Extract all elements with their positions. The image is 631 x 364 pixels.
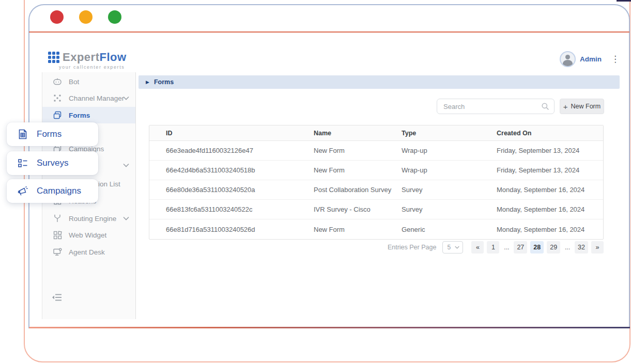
table-row[interactable]: 66e3eade4fd1160032126e47 New Form Wrap-u… — [149, 141, 603, 161]
sidebar-item-bot[interactable]: Bot — [42, 73, 135, 90]
traffic-light-red-icon — [50, 10, 64, 24]
search-box — [437, 99, 555, 114]
kebab-menu-icon[interactable]: ⋮ — [611, 55, 620, 64]
logo-grid-icon — [48, 52, 59, 63]
callout-campaigns[interactable]: Campaigns — [7, 179, 98, 203]
breadcrumb-arrow-icon: ▶ — [146, 80, 149, 85]
cell-id: 66e813fc6a5311003240522c — [166, 205, 314, 213]
page-size-select[interactable]: 5 — [442, 241, 463, 254]
logo-text-primary: Expert — [63, 51, 99, 64]
chevron-down-icon — [123, 163, 129, 167]
traffic-light-yellow-icon — [79, 10, 93, 24]
callout-surveys[interactable]: Surveys — [7, 151, 98, 175]
pagination: Entries Per Page 5 « 1 ... 27 28 29 ... … — [149, 241, 604, 254]
callout-forms[interactable]: Forms — [7, 122, 98, 146]
table-row[interactable]: 66e813fc6a5311003240522c IVR Survey - Ci… — [149, 200, 603, 219]
navy-edge-line — [617, 0, 631, 2]
sidebar-item-routing-engine[interactable]: Routing Engine — [42, 210, 135, 227]
sidebar-item-label: Web Widget — [69, 231, 106, 239]
user-menu[interactable]: Admin ⋮ — [560, 51, 620, 67]
user-name[interactable]: Admin — [580, 55, 602, 63]
logo-text-secondary: Flow — [99, 51, 126, 64]
column-header-name: Name — [314, 130, 402, 137]
page-button-32[interactable]: 32 — [575, 241, 588, 254]
plus-icon: + — [563, 102, 568, 111]
sidebar-item-label: Channel Manager — [69, 94, 124, 102]
breadcrumb-label[interactable]: Forms — [154, 78, 174, 86]
page-prev-button[interactable]: « — [471, 241, 484, 254]
survey-list-icon — [17, 157, 28, 169]
web-widget-icon — [53, 230, 62, 240]
agent-desk-icon — [53, 247, 62, 257]
page-ellipsis: ... — [563, 241, 572, 254]
search-input[interactable] — [437, 99, 555, 114]
new-form-label: New Form — [571, 103, 601, 110]
chevron-down-icon — [455, 246, 459, 249]
routing-engine-icon — [53, 214, 62, 223]
cell-name: New Form — [314, 166, 402, 174]
page-size-value: 5 — [447, 244, 451, 251]
page-button-29[interactable]: 29 — [547, 241, 560, 254]
sidebar-item-label: Forms — [69, 112, 90, 119]
cell-name: New Form — [314, 147, 402, 154]
table-row[interactable]: 66e80de36a5311003240520a Post Collaborat… — [149, 180, 603, 200]
cell-name: Post Collaboration Survey — [314, 186, 402, 194]
titlebar-divider — [29, 31, 629, 33]
table-row[interactable]: 66e81d716a5311003240526d New Form Generi… — [149, 219, 603, 239]
sidebar-item-channel-manager[interactable]: Channel Manager — [42, 90, 135, 106]
bot-icon — [53, 77, 62, 86]
column-header-id: ID — [166, 130, 314, 137]
callout-label: Surveys — [37, 158, 68, 168]
sidebar-item-label: Agent Desk — [69, 248, 105, 256]
chevron-down-icon — [123, 96, 129, 100]
cell-type: Wrap-up — [402, 166, 497, 174]
column-header-type: Type — [402, 130, 497, 137]
cell-created-on: Monday, September 16, 2024 — [497, 226, 603, 233]
entries-per-page-label: Entries Per Page — [388, 244, 437, 251]
page-button-27[interactable]: 27 — [514, 241, 527, 254]
collapse-sidebar-icon[interactable] — [52, 293, 62, 302]
forms-table: ID Name Type Created On 66e3eade4fd11600… — [149, 125, 604, 240]
new-form-button[interactable]: + New Form — [560, 99, 604, 114]
cell-type: Generic — [402, 226, 497, 233]
form-document-icon — [17, 129, 28, 140]
table-header-row: ID Name Type Created On — [149, 125, 603, 141]
sidebar-item-web-widget[interactable]: Web Widget — [42, 227, 135, 243]
cell-type: Survey — [402, 205, 497, 213]
avatar[interactable] — [560, 51, 576, 67]
chevron-down-icon — [123, 216, 129, 220]
search-icon[interactable] — [541, 102, 549, 110]
megaphone-icon — [17, 185, 28, 197]
sidebar-item-label: Bot — [69, 78, 79, 86]
page-next-button[interactable]: » — [591, 241, 604, 254]
cell-name: New Form — [314, 226, 402, 233]
page-button-1[interactable]: 1 — [487, 241, 499, 254]
channel-manager-icon — [53, 93, 62, 103]
cell-id: 66e81d716a5311003240526d — [166, 226, 314, 233]
table-row[interactable]: 66e42d4b6a5311003240518b New Form Wrap-u… — [149, 161, 603, 180]
cell-id: 66e42d4b6a5311003240518b — [166, 166, 314, 174]
page-ellipsis: ... — [502, 241, 511, 254]
breadcrumb: ▶ Forms — [138, 75, 620, 89]
window-bottom-divider — [29, 327, 630, 328]
cell-created-on: Monday, September 16, 2024 — [497, 186, 603, 194]
cell-id: 66e80de36a5311003240520a — [166, 186, 314, 194]
cell-id: 66e3eade4fd1160032126e47 — [166, 147, 314, 154]
cell-type: Wrap-up — [402, 147, 497, 154]
forms-icon — [53, 110, 62, 120]
cell-name: IVR Survey - Cisco — [314, 205, 402, 213]
expertflow-logo: ExpertFlow your callcenter experts — [48, 51, 127, 70]
column-header-created-on: Created On — [497, 130, 603, 137]
logo-tagline: your callcenter experts — [59, 65, 127, 70]
callout-label: Forms — [37, 129, 61, 139]
page-button-28-active[interactable]: 28 — [530, 241, 544, 254]
cell-created-on: Friday, September 13, 2024 — [497, 166, 603, 174]
sidebar-item-forms[interactable]: Forms — [42, 107, 135, 123]
cell-type: Survey — [402, 186, 497, 194]
traffic-light-green-icon — [108, 10, 121, 24]
sidebar-item-agent-desk[interactable]: Agent Desk — [42, 244, 135, 260]
sidebar-item-label: Routing Engine — [69, 215, 116, 223]
cell-created-on: Monday, September 16, 2024 — [497, 205, 603, 213]
callout-label: Campaigns — [37, 186, 81, 196]
cell-created-on: Friday, September 13, 2024 — [497, 147, 603, 154]
